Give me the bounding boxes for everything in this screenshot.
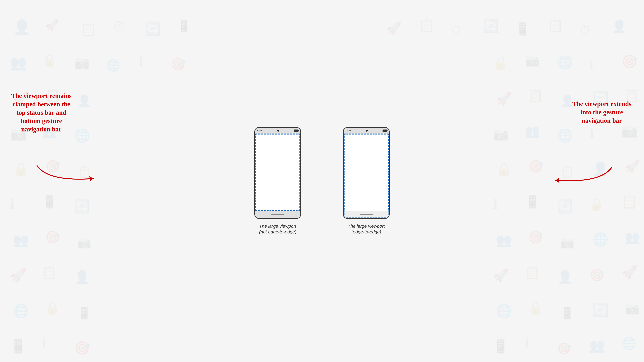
nav-bar-left	[255, 211, 300, 218]
phone-right-container: 11:45 The large viewport (edge-to-edge)	[343, 127, 390, 235]
phone-left-container: 11:45 The large viewport (not edge-to-ed…	[254, 127, 301, 235]
caption-line1-right: The large viewport	[348, 224, 385, 229]
nav-bar-right	[344, 211, 389, 218]
phone-caption-left: The large viewport (not edge-to-edge)	[254, 223, 301, 235]
status-time-right: 11:45	[346, 129, 351, 132]
battery-right	[382, 129, 387, 132]
phone-left: 11:45	[254, 127, 301, 219]
phone-right: 11:45	[343, 127, 390, 219]
caption-line1-left: The large viewport	[259, 224, 296, 229]
status-time-left: 11:45	[257, 129, 262, 132]
status-bar-left: 11:45	[255, 128, 300, 134]
annotation-left: The viewport remains clamped between the…	[10, 92, 73, 134]
svg-marker-89	[89, 176, 94, 181]
status-bar-right: 11:45	[344, 128, 389, 134]
caption-line2-right: (edge-to-edge)	[351, 229, 381, 234]
annotation-right: The viewport extends into the gesture na…	[570, 100, 634, 125]
arrow-left	[32, 162, 113, 195]
battery-left	[294, 129, 298, 132]
viewport-area-right	[344, 134, 389, 218]
caption-line2-left: (not edge-to-edge)	[259, 229, 296, 234]
camera-dot-right	[366, 130, 368, 132]
phone-caption-right: The large viewport (edge-to-edge)	[343, 223, 390, 235]
viewport-area-left	[255, 134, 300, 211]
nav-pill-right	[360, 214, 373, 215]
nav-pill-left	[271, 214, 284, 215]
arrow-right	[536, 164, 617, 196]
svg-marker-90	[556, 178, 560, 183]
camera-dot-left	[277, 130, 279, 132]
